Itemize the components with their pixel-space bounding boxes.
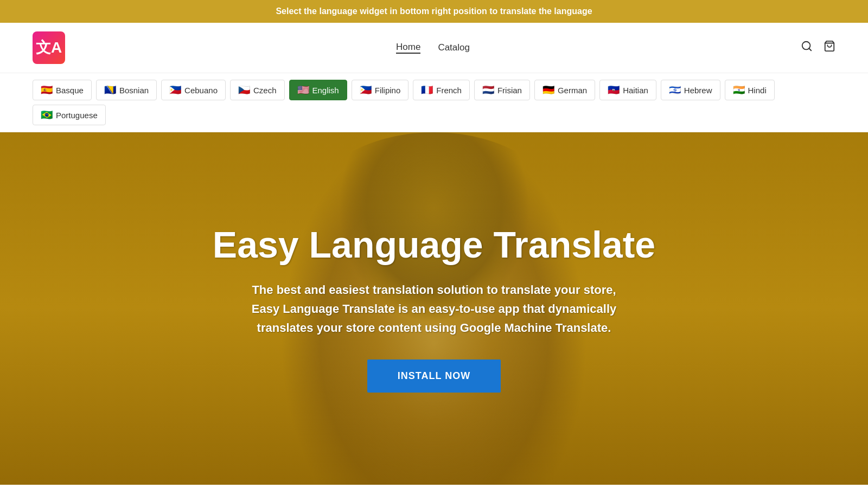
lang-label: Cebuano	[184, 86, 218, 95]
flag-icon: 🇩🇪	[542, 84, 554, 96]
flag-icon: 🇵🇭	[169, 84, 181, 96]
flag-icon: 🇫🇷	[421, 84, 433, 96]
lang-btn-portuguese[interactable]: 🇧🇷Portuguese	[33, 105, 106, 125]
install-now-button[interactable]: INSTALL NOW	[367, 359, 501, 393]
lang-label: Czech	[253, 86, 277, 95]
logo-text: 文A	[36, 37, 62, 58]
lang-btn-cebuano[interactable]: 🇵🇭Cebuano	[161, 80, 226, 100]
flag-icon: 🇮🇱	[669, 84, 681, 96]
svg-line-1	[809, 48, 811, 50]
nav-home[interactable]: Home	[396, 42, 420, 54]
hero-subtitle: The best and easiest translation solutio…	[213, 280, 655, 338]
flag-icon: 🇧🇷	[41, 109, 53, 121]
lang-btn-czech[interactable]: 🇨🇿Czech	[230, 80, 285, 100]
lang-btn-english[interactable]: 🇺🇸English	[289, 80, 347, 100]
lang-label: Hindi	[748, 86, 767, 95]
lang-btn-filipino[interactable]: 🇵🇭Filipino	[352, 80, 409, 100]
lang-btn-bosnian[interactable]: 🇧🇦Bosnian	[96, 80, 157, 100]
nav-catalog[interactable]: Catalog	[438, 42, 470, 53]
header-icons	[801, 40, 835, 55]
language-bar: 🇪🇸Basque🇧🇦Bosnian🇵🇭Cebuano🇨🇿Czech🇺🇸Engli…	[0, 73, 868, 132]
banner-text: Select the language widget in bottom rig…	[276, 7, 592, 16]
lang-btn-german[interactable]: 🇩🇪German	[534, 80, 595, 100]
lang-label: French	[436, 86, 462, 95]
search-icon[interactable]	[801, 40, 813, 55]
lang-label: German	[558, 86, 587, 95]
flag-icon: 🇧🇦	[104, 84, 116, 96]
flag-icon: 🇭🇹	[608, 84, 620, 96]
main-nav: Home Catalog	[396, 42, 470, 54]
top-banner: Select the language widget in bottom rig…	[0, 0, 868, 23]
lang-label: Bosnian	[119, 86, 149, 95]
logo: 文A	[33, 31, 65, 64]
lang-btn-hindi[interactable]: 🇮🇳Hindi	[725, 80, 775, 100]
hero-content: Easy Language Translate The best and eas…	[202, 203, 666, 414]
flag-icon: 🇪🇸	[41, 84, 53, 96]
lang-label: Basque	[56, 86, 84, 95]
lang-btn-frisian[interactable]: 🇳🇱Frisian	[474, 80, 530, 100]
flag-icon: 🇺🇸	[297, 84, 309, 96]
flag-icon: 🇮🇳	[733, 84, 745, 96]
hero-section: Easy Language Translate The best and eas…	[0, 132, 868, 485]
header: 文A Home Catalog	[0, 23, 868, 73]
flag-icon: 🇳🇱	[482, 84, 494, 96]
lang-label: Hebrew	[684, 86, 712, 95]
lang-label: Filipino	[375, 86, 401, 95]
lang-btn-haitian[interactable]: 🇭🇹Haitian	[599, 80, 656, 100]
lang-btn-hebrew[interactable]: 🇮🇱Hebrew	[661, 80, 720, 100]
logo-area: 文A	[33, 31, 65, 64]
cart-icon[interactable]	[824, 40, 835, 55]
flag-icon: 🇵🇭	[360, 84, 372, 96]
lang-label: Portuguese	[56, 111, 98, 120]
hero-title: Easy Language Translate	[213, 224, 655, 265]
lang-label: Haitian	[623, 86, 648, 95]
lang-label: Frisian	[497, 86, 522, 95]
lang-label: English	[312, 86, 339, 95]
lang-btn-french[interactable]: 🇫🇷French	[413, 80, 470, 100]
lang-btn-basque[interactable]: 🇪🇸Basque	[33, 80, 92, 100]
flag-icon: 🇨🇿	[238, 84, 250, 96]
